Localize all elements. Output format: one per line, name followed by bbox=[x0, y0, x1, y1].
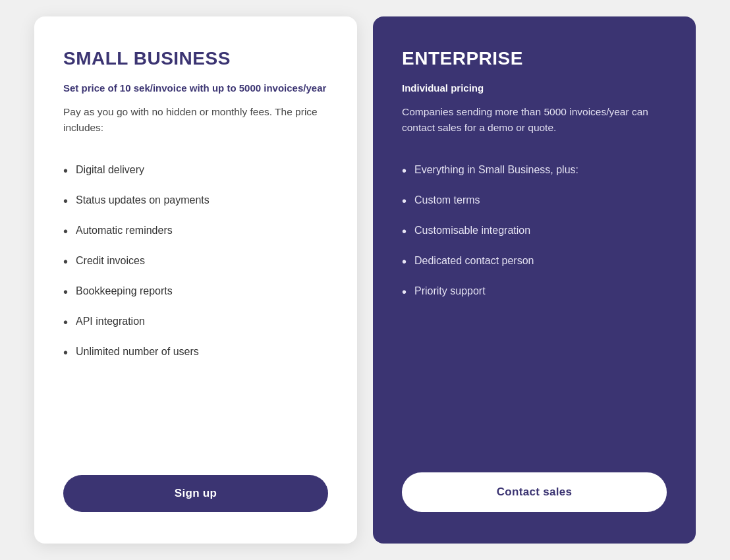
list-item: Everything in Small Business, plus: bbox=[402, 162, 667, 179]
enterprise-subtitle: Individual pricing bbox=[402, 81, 667, 95]
enterprise-card: ENTERPRISE Individual pricing Companies … bbox=[373, 16, 696, 544]
enterprise-description: Companies sending more than 5000 invoice… bbox=[402, 104, 667, 136]
feature-label: Credit invoices bbox=[76, 253, 145, 269]
feature-label: Status updates on payments bbox=[76, 192, 210, 208]
small-business-description: Pay as you go with no hidden or monthly … bbox=[63, 104, 328, 136]
small-business-card: SMALL BUSINESS Set price of 10 sek/invoi… bbox=[34, 16, 357, 544]
feature-label: Automatic reminders bbox=[76, 223, 173, 238]
list-item: API integration bbox=[63, 314, 328, 331]
feature-label: Unlimited number of users bbox=[76, 344, 199, 360]
list-item: Automatic reminders bbox=[63, 223, 328, 240]
feature-label: Digital delivery bbox=[76, 162, 144, 178]
list-item: Unlimited number of users bbox=[63, 344, 328, 361]
sign-up-button[interactable]: Sign up bbox=[63, 475, 328, 512]
list-item: Bookkeeping reports bbox=[63, 283, 328, 300]
list-item: Status updates on payments bbox=[63, 192, 328, 210]
feature-label: Dedicated contact person bbox=[414, 253, 534, 269]
list-item: Priority support bbox=[402, 283, 667, 300]
enterprise-footer: Contact sales bbox=[402, 472, 667, 512]
small-business-features-list: Digital delivery Status updates on payme… bbox=[63, 162, 328, 443]
feature-label: Priority support bbox=[414, 283, 486, 299]
enterprise-title: ENTERPRISE bbox=[402, 48, 667, 69]
feature-label: API integration bbox=[76, 314, 145, 329]
small-business-subtitle: Set price of 10 sek/invoice with up to 5… bbox=[63, 81, 328, 95]
feature-label: Everything in Small Business, plus: bbox=[414, 162, 578, 178]
list-item: Customisable integration bbox=[402, 223, 667, 240]
list-item: Credit invoices bbox=[63, 253, 328, 270]
list-item: Dedicated contact person bbox=[402, 253, 667, 270]
list-item: Digital delivery bbox=[63, 162, 328, 179]
feature-label: Customisable integration bbox=[414, 223, 530, 238]
small-business-footer: Sign up bbox=[63, 475, 328, 512]
feature-label: Bookkeeping reports bbox=[76, 283, 173, 299]
enterprise-features-list: Everything in Small Business, plus: Cust… bbox=[402, 162, 667, 377]
feature-label: Custom terms bbox=[414, 192, 480, 208]
pricing-cards: SMALL BUSINESS Set price of 10 sek/invoi… bbox=[16, 16, 714, 544]
contact-sales-button[interactable]: Contact sales bbox=[402, 472, 667, 512]
small-business-title: SMALL BUSINESS bbox=[63, 48, 328, 69]
list-item: Custom terms bbox=[402, 192, 667, 210]
